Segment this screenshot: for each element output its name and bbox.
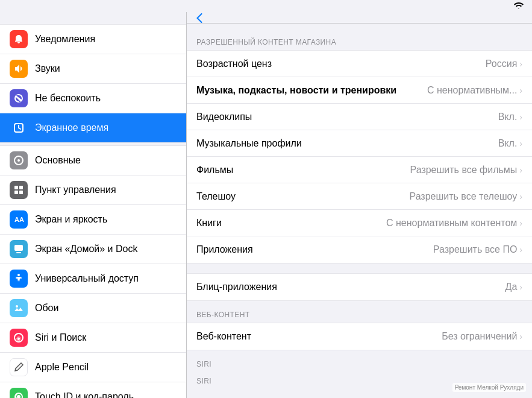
settings-row-movies[interactable]: ФильмыРазрешить все фильмы› (187, 157, 532, 183)
screen-time-icon (10, 119, 28, 137)
settings-row-books[interactable]: КнигиС ненормативным контентом› (187, 210, 532, 236)
svg-rect-9 (16, 252, 21, 253)
chevron-icon: › (519, 165, 522, 175)
row-label-age-rating: Возрастной ценз (196, 58, 272, 69)
sidebar-item-label-general: Основные (35, 155, 81, 166)
row-value-widget-kit: Да› (505, 282, 522, 292)
sidebar-item-label-notifications: Уведомления (35, 34, 95, 45)
chevron-icon: › (519, 139, 522, 148)
sidebar-group-bottom: ОсновныеПункт управленияAAЭкран и яркост… (0, 145, 186, 398)
content-wrapper: РАЗРЕШЕННЫЙ КОНТЕНТ МАГАЗИНАВозрастной ц… (187, 12, 532, 398)
svg-text:◉: ◉ (16, 335, 21, 341)
content-header (187, 12, 532, 24)
chevron-icon: › (519, 112, 522, 122)
sidebar-item-display[interactable]: AAЭкран и яркость (0, 205, 186, 235)
sidebar-item-label-siri: Siri и Поиск (35, 332, 86, 343)
row-value-age-rating: Россия› (486, 58, 522, 69)
sidebar-item-label-display: Экран и яркость (35, 214, 107, 225)
row-label-web: Веб-контент (196, 331, 251, 342)
main-layout: УведомленияЗвукиНе беспокоитьЭкранное вр… (0, 12, 532, 398)
chevron-icon: › (519, 59, 522, 69)
sidebar-item-label-home-screen: Экран «Домой» и Dock (35, 244, 137, 254)
row-value-music: С ненормативным...› (427, 85, 522, 96)
content-body: РАЗРЕШЕННЫЙ КОНТЕНТ МАГАЗИНАВозрастной ц… (187, 24, 532, 398)
row-value-books: С ненормативным контентом› (386, 218, 522, 229)
sidebar-item-accessibility[interactable]: Универсальный доступ (0, 264, 186, 294)
accessibility-icon (10, 270, 28, 288)
section-label-store-content: РАЗРЕШЕННЫЙ КОНТЕНТ МАГАЗИНА (187, 38, 532, 50)
dnd-icon (10, 89, 28, 107)
settings-row-web[interactable]: Веб-контентБез ограничений› (187, 323, 532, 350)
back-button[interactable] (196, 13, 204, 23)
settings-group-store-content: Возрастной цензРоссия›Музыка, подкасты, … (187, 50, 532, 264)
sidebar-item-label-control-center: Пункт управления (35, 185, 116, 195)
svg-point-2 (17, 159, 20, 162)
settings-row-music-profiles[interactable]: Музыкальные профилиВкл.› (187, 130, 532, 157)
svg-point-11 (16, 305, 18, 308)
row-label-video-clips: Видеоклипы (196, 112, 252, 122)
sidebar-item-label-sounds: Звуки (35, 63, 60, 74)
chevron-icon: › (519, 192, 522, 201)
status-bar (0, 0, 532, 12)
svg-rect-8 (14, 245, 23, 251)
sidebar-item-sounds[interactable]: Звуки (0, 54, 186, 84)
touch-id-icon (10, 388, 28, 398)
section-label-web-content: ВЕБ-КОНТЕНТ (187, 311, 532, 323)
sidebar-item-label-accessibility: Универсальный доступ (35, 273, 139, 284)
settings-row-widget-kit[interactable]: Блиц-приложенияДа› (187, 274, 532, 300)
content-area: РАЗРЕШЕННЫЙ КОНТЕНТ МАГАЗИНАВозрастной ц… (187, 12, 532, 398)
svg-rect-3 (14, 186, 18, 189)
display-icon: AA (10, 210, 28, 229)
svg-rect-4 (19, 186, 23, 189)
svg-rect-5 (14, 191, 18, 194)
row-label-movies: Фильмы (196, 165, 233, 175)
sidebar-item-control-center[interactable]: Пункт управления (0, 175, 186, 205)
row-value-tv-shows: Разрешить все телешоу› (409, 191, 522, 202)
sidebar-item-apple-pencil[interactable]: Apple Pencil (0, 353, 186, 382)
sidebar-item-siri[interactable]: ◉Siri и Поиск (0, 323, 186, 353)
sidebar-item-wallpaper[interactable]: Обои (0, 294, 186, 323)
sidebar: УведомленияЗвукиНе беспокоитьЭкранное вр… (0, 12, 187, 398)
svg-rect-6 (19, 191, 23, 194)
sidebar-item-label-screen-time: Экранное время (35, 122, 108, 133)
sidebar-item-label-touch-id: Touch ID и код-пароль (35, 391, 134, 398)
sidebar-item-notifications[interactable]: Уведомления (0, 24, 186, 54)
settings-row-age-rating[interactable]: Возрастной цензРоссия› (187, 51, 532, 77)
section-label-siri-section: SIRI (187, 360, 532, 372)
svg-text:AA: AA (14, 216, 24, 223)
row-label-tv-shows: Телешоу (196, 191, 236, 202)
notifications-icon (10, 30, 28, 48)
siri-icon: ◉ (10, 329, 28, 347)
settings-row-tv-shows[interactable]: ТелешоуРазрешить все телешоу› (187, 183, 532, 210)
sidebar-item-general[interactable]: Основные (0, 145, 186, 175)
sidebar-list: УведомленияЗвукиНе беспокоитьЭкранное вр… (0, 24, 186, 398)
status-bar-right (514, 2, 526, 10)
row-label-apps: Приложения (196, 244, 253, 255)
sidebar-item-screen-time[interactable]: Экранное время (0, 113, 186, 143)
sounds-icon (10, 60, 28, 78)
sidebar-group-top: УведомленияЗвукиНе беспокоитьЭкранное вр… (0, 24, 186, 143)
row-label-music-profiles: Музыкальные профили (196, 138, 302, 149)
row-label-widget-kit: Блиц-приложения (196, 282, 277, 292)
sidebar-item-touch-id[interactable]: Touch ID и код-пароль (0, 382, 186, 398)
sidebar-item-label-apple-pencil: Apple Pencil (35, 362, 89, 373)
sidebar-item-home-screen[interactable]: Экран «Домой» и Dock (0, 235, 186, 264)
settings-row-music[interactable]: Музыка, подкасты, новости и тренировкиС … (187, 77, 532, 104)
row-label-books: Книги (196, 218, 222, 229)
wallpaper-icon (10, 299, 28, 317)
sidebar-item-dnd[interactable]: Не беспокоить (0, 84, 186, 113)
settings-group-web-content: Веб-контентБез ограничений› (187, 323, 532, 350)
general-icon (10, 151, 28, 169)
watermark: Ремонт Мелкой Рухляди (452, 383, 526, 392)
settings-group-flash-apps: Блиц-приложенияДа› (187, 273, 532, 301)
row-label-music: Музыка, подкасты, новости и тренировки (196, 85, 396, 96)
settings-row-apps[interactable]: ПриложенияРазрешить все ПО› (187, 236, 532, 263)
control-center-icon (10, 181, 28, 199)
chevron-icon: › (519, 245, 522, 254)
row-value-video-clips: Вкл.› (498, 112, 522, 122)
row-value-apps: Разрешить все ПО› (433, 244, 522, 255)
sidebar-item-label-wallpaper: Обои (35, 303, 58, 314)
apple-pencil-icon (10, 358, 28, 376)
settings-row-video-clips[interactable]: ВидеоклипыВкл.› (187, 104, 532, 130)
row-value-movies: Разрешить все фильмы› (410, 165, 522, 175)
